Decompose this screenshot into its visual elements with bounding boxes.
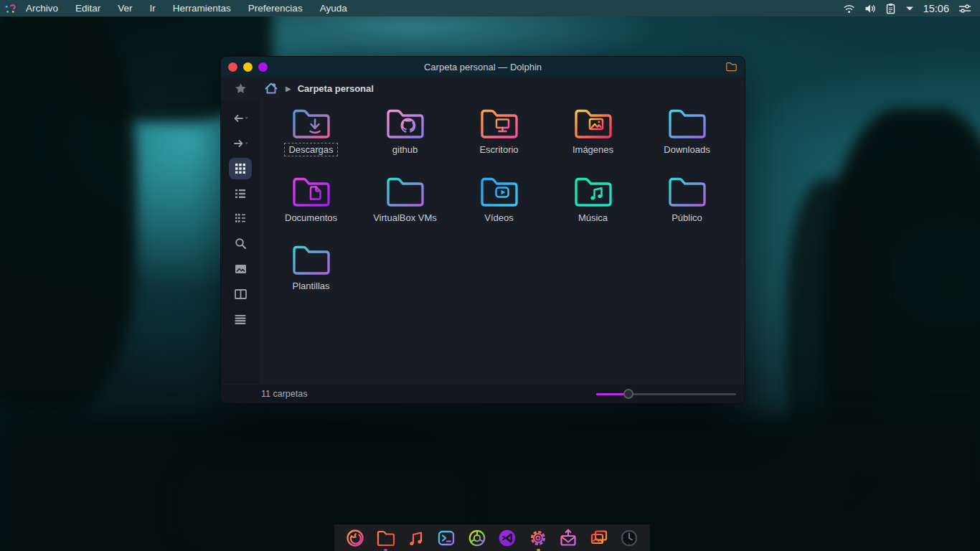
folder-imagenes[interactable]: Imágenes (546, 100, 640, 168)
folder-videos[interactable]: Vídeos (452, 168, 546, 236)
wifi-icon[interactable] (843, 3, 855, 14)
folder-label: Plantillas (288, 279, 334, 293)
menu-ver[interactable]: Ver (109, 0, 141, 17)
folder-icon-pictures (570, 104, 616, 141)
file-manager-icon[interactable] (375, 528, 395, 548)
running-indicator (537, 549, 540, 551)
location-toolbar: ▶ Carpeta personal (221, 77, 745, 100)
vscode-icon[interactable] (497, 528, 517, 548)
zoom-slider[interactable] (596, 389, 736, 399)
dock (334, 524, 650, 551)
maximize-button[interactable] (258, 62, 268, 72)
menu-archivo[interactable]: Archivo (17, 0, 67, 17)
folder-label: Música (574, 211, 612, 225)
desktop: Archivo Editar Ver Ir Herramientas Prefe… (0, 0, 980, 551)
close-button[interactable] (228, 62, 237, 72)
list-view-button[interactable] (221, 181, 260, 206)
settings-gear-icon[interactable] (528, 528, 548, 548)
search-button[interactable] (221, 231, 260, 256)
forward-button[interactable] (221, 131, 260, 156)
folder-label: Público (667, 211, 707, 225)
folder-icon-plain (664, 104, 710, 141)
tune-sliders-icon[interactable] (958, 3, 971, 14)
minimize-button[interactable] (243, 62, 253, 72)
breadcrumb-caret-icon: ▶ (286, 85, 291, 93)
compact-view-button[interactable] (221, 206, 260, 231)
folder-label: Documentos (281, 211, 341, 225)
folder-icon-plain (664, 172, 710, 209)
gallery-icon[interactable] (589, 528, 609, 548)
folder-icon-github (382, 104, 428, 141)
folder-label: Descargas (284, 143, 337, 156)
global-menubar: Archivo Editar Ver Ir Herramientas Prefe… (0, 0, 980, 17)
folder-label: VirtualBox VMs (369, 211, 441, 225)
mail-share-icon[interactable] (558, 528, 578, 548)
system-tray: 15:06 (843, 3, 980, 14)
folder-icon-music (570, 172, 616, 209)
folder-icon-videos (476, 172, 522, 209)
folder-icon-documents (288, 172, 334, 209)
sidebar-toolbar (221, 100, 260, 384)
breadcrumb-location[interactable]: Carpeta personal (298, 83, 374, 94)
folder-github[interactable]: github (358, 100, 452, 168)
menu-ayuda[interactable]: Ayuda (311, 0, 356, 17)
folder-escritorio[interactable]: Escritorio (452, 100, 546, 168)
home-breadcrumb-icon[interactable] (264, 82, 278, 95)
folder-label: github (388, 143, 422, 156)
folder-label: Escritorio (475, 143, 522, 156)
firefox-icon[interactable] (345, 528, 365, 548)
folder-icon-download (288, 104, 334, 141)
folder-plantillas[interactable]: Plantillas (264, 236, 358, 304)
clock-time[interactable]: 15:06 (923, 3, 949, 14)
back-button[interactable] (221, 105, 260, 131)
music-player-icon[interactable] (406, 528, 426, 548)
caret-down-icon[interactable] (905, 6, 914, 11)
folder-musica[interactable]: Música (546, 168, 640, 236)
running-indicator (384, 549, 387, 551)
folder-label: Vídeos (480, 211, 517, 225)
clipboard-icon[interactable] (885, 3, 896, 14)
icons-view-button[interactable] (221, 156, 260, 181)
statusbar: 11 carpetas (221, 384, 745, 403)
launcher-logo-icon[interactable] (4, 3, 17, 14)
folder-icon-plain (288, 240, 334, 278)
window-title: Carpeta personal — Dolphin (221, 62, 745, 72)
folder-virtualbox-vms[interactable]: VirtualBox VMs (358, 168, 452, 236)
chromium-icon[interactable] (467, 528, 487, 548)
volume-icon[interactable] (864, 3, 876, 14)
titlebar-folder-icon (725, 61, 738, 72)
folder-icon-desktop (476, 104, 522, 141)
folder-icon-plain (382, 172, 428, 209)
folder-label: Imágenes (568, 143, 618, 156)
clock-icon[interactable] (619, 528, 639, 548)
dolphin-window: Carpeta personal — Dolphin ▶ Carpeta per… (220, 56, 745, 404)
folder-grid: Descargas github Escritorio (264, 100, 738, 304)
folder-downloads[interactable]: Downloads (640, 100, 734, 168)
folder-count-text: 11 carpetas (261, 389, 307, 399)
terminal-icon[interactable] (436, 528, 456, 548)
menu-preferencias[interactable]: Preferencias (240, 0, 311, 17)
menu-herramientas[interactable]: Herramientas (164, 0, 240, 17)
folder-documentos[interactable]: Documentos (264, 168, 358, 236)
zoom-slider-knob[interactable] (623, 389, 633, 399)
menu-button[interactable] (221, 306, 260, 331)
folder-descargas[interactable]: Descargas (264, 100, 358, 168)
split-view-button[interactable] (221, 281, 260, 306)
menu-ir[interactable]: Ir (141, 0, 164, 17)
folder-publico[interactable]: Público (640, 168, 734, 236)
folder-label: Downloads (659, 143, 714, 156)
menu-editar[interactable]: Editar (67, 0, 109, 17)
favorite-star-icon[interactable] (235, 83, 247, 94)
titlebar[interactable]: Carpeta personal — Dolphin (221, 57, 745, 77)
preview-button[interactable] (221, 256, 260, 281)
